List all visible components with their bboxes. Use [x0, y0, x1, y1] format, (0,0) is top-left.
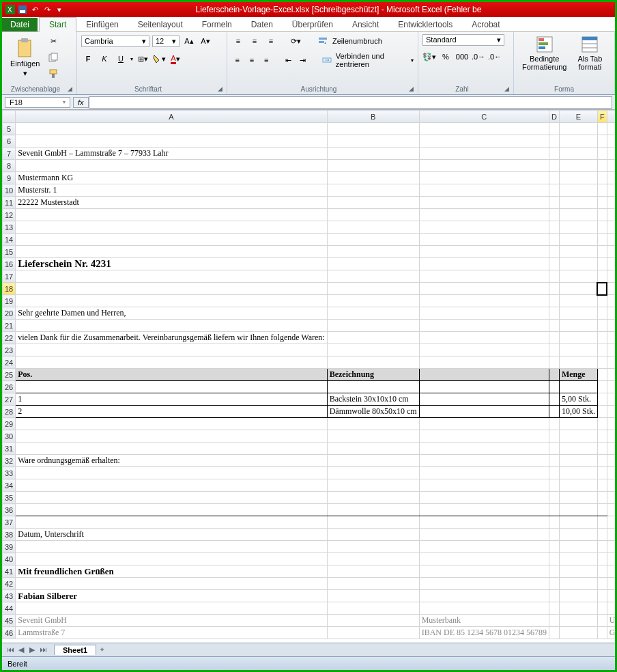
cell[interactable]: [607, 160, 615, 172]
font-name-select[interactable]: Cambria▾: [81, 36, 149, 47]
row-header[interactable]: 32: [3, 455, 16, 467]
cell[interactable]: [419, 172, 549, 184]
cell[interactable]: [327, 565, 419, 578]
cell[interactable]: [419, 443, 549, 455]
cell[interactable]: [607, 320, 615, 332]
cell[interactable]: [597, 467, 607, 479]
cell[interactable]: [16, 283, 327, 295]
cell[interactable]: [16, 578, 327, 590]
first-sheet-icon[interactable]: ⏮: [5, 645, 16, 654]
wrap-text-label[interactable]: Zeilenumbruch: [332, 37, 382, 45]
cell[interactable]: [549, 443, 560, 455]
cell[interactable]: [327, 553, 419, 565]
cell[interactable]: [327, 443, 419, 455]
cell[interactable]: [549, 135, 560, 148]
prev-sheet-icon[interactable]: ◀: [16, 645, 27, 654]
merge-icon[interactable]: [321, 53, 333, 67]
cell[interactable]: [549, 553, 560, 565]
cell[interactable]: [559, 135, 597, 148]
number-format-select[interactable]: Standard▾: [422, 34, 504, 46]
cell[interactable]: Lieferschein Nr. 4231: [16, 258, 327, 270]
cell[interactable]: [16, 381, 327, 393]
row-header[interactable]: 8: [3, 160, 16, 172]
cell[interactable]: [597, 516, 607, 529]
cell[interactable]: [607, 356, 615, 369]
redo-icon[interactable]: ↷: [42, 4, 53, 15]
cell[interactable]: [607, 492, 615, 504]
cell[interactable]: [327, 246, 419, 258]
cell[interactable]: [597, 246, 607, 258]
cell[interactable]: [559, 184, 597, 197]
cell[interactable]: [419, 184, 549, 197]
row-header[interactable]: 23: [3, 344, 16, 356]
cell[interactable]: [607, 443, 615, 455]
format-painter-icon[interactable]: [46, 67, 60, 81]
row-header[interactable]: 16: [3, 258, 16, 270]
align-top-icon[interactable]: ≡: [231, 34, 245, 48]
cell[interactable]: [327, 258, 419, 270]
cell[interactable]: [597, 320, 607, 332]
align-center-icon[interactable]: ≡: [246, 53, 257, 67]
cell[interactable]: [559, 479, 597, 492]
cell[interactable]: [559, 381, 597, 393]
cell[interactable]: [327, 467, 419, 479]
align-bottom-icon[interactable]: ≡: [264, 34, 278, 48]
cell[interactable]: [549, 541, 560, 553]
row-header[interactable]: 11: [3, 197, 16, 209]
cell[interactable]: [549, 565, 560, 578]
cell[interactable]: [16, 209, 327, 221]
cell[interactable]: [419, 160, 549, 172]
cell[interactable]: [419, 529, 549, 541]
cell[interactable]: [559, 578, 597, 590]
cell[interactable]: [419, 467, 549, 479]
row-header[interactable]: 29: [3, 418, 16, 430]
cell[interactable]: [559, 504, 597, 516]
cell[interactable]: [327, 184, 419, 197]
cell[interactable]: [16, 602, 327, 615]
cell[interactable]: [327, 615, 419, 627]
row-header[interactable]: 22: [3, 332, 16, 344]
cell[interactable]: [549, 344, 560, 356]
cell[interactable]: [16, 418, 327, 430]
italic-button[interactable]: K: [98, 52, 111, 66]
cell[interactable]: [549, 172, 560, 184]
percent-icon[interactable]: %: [439, 50, 453, 64]
row-header[interactable]: 25: [3, 369, 16, 381]
cell[interactable]: [597, 135, 607, 148]
dialog-launcher-icon[interactable]: ◢: [504, 85, 509, 92]
row-header[interactable]: 30: [3, 430, 16, 443]
cell[interactable]: 5,00 Stk.: [559, 393, 597, 406]
cell[interactable]: [559, 553, 597, 565]
cell[interactable]: [549, 221, 560, 234]
ribbon-tab-einfügen[interactable]: Einfügen: [76, 18, 128, 31]
cell[interactable]: [559, 516, 597, 529]
row-header[interactable]: 39: [3, 541, 16, 553]
cell[interactable]: [419, 295, 549, 307]
cell[interactable]: Ust-ID: 0815: [607, 615, 615, 627]
cell[interactable]: [607, 430, 615, 443]
cell[interactable]: [559, 602, 597, 615]
cell[interactable]: [597, 258, 607, 270]
cell[interactable]: [607, 184, 615, 197]
thousands-icon[interactable]: 000: [455, 50, 469, 64]
cell[interactable]: [419, 516, 549, 529]
cell[interactable]: [549, 270, 560, 283]
ribbon-tab-seitenlayout[interactable]: Seitenlayout: [128, 18, 192, 31]
cell[interactable]: Sevenit GmbH: [16, 615, 327, 627]
cell[interactable]: [559, 123, 597, 135]
cell[interactable]: [327, 516, 419, 529]
cell[interactable]: [597, 197, 607, 209]
cell[interactable]: [16, 320, 327, 332]
cell[interactable]: [419, 356, 549, 369]
fx-icon[interactable]: fx: [73, 97, 89, 108]
cell[interactable]: [559, 148, 597, 160]
cell[interactable]: [419, 258, 549, 270]
cell[interactable]: [607, 553, 615, 565]
cell[interactable]: [327, 123, 419, 135]
cell[interactable]: [327, 307, 419, 320]
cell[interactable]: [549, 184, 560, 197]
cell[interactable]: [597, 332, 607, 344]
chevron-down-icon[interactable]: ▾: [130, 56, 133, 62]
cell[interactable]: [419, 320, 549, 332]
cell[interactable]: [549, 406, 560, 418]
